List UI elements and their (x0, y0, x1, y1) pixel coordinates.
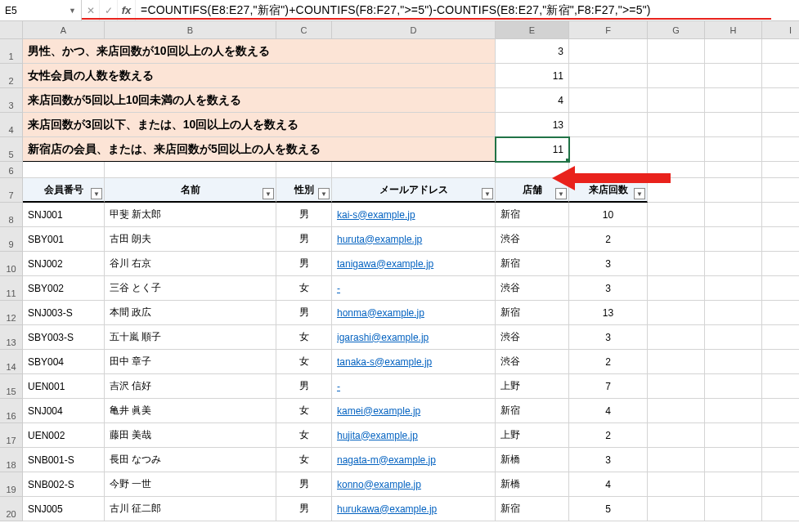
cell[interactable] (705, 472, 762, 497)
row-header[interactable]: 18 (0, 448, 22, 472)
cell[interactable]: 上野 (496, 423, 569, 448)
row-header[interactable]: 13 (0, 325, 22, 350)
cell[interactable]: 名前▼ (105, 178, 276, 203)
cell[interactable]: tanigawa@example.jp (332, 252, 496, 276)
email-link[interactable]: - (337, 381, 340, 392)
cell[interactable]: SBY003-S (23, 325, 105, 350)
cell[interactable] (23, 162, 105, 178)
cell[interactable] (705, 162, 762, 178)
row-header[interactable]: 17 (0, 423, 22, 448)
cell[interactable]: 4 (496, 88, 569, 113)
cell[interactable] (762, 203, 799, 227)
select-all-corner[interactable] (0, 21, 22, 39)
cell[interactable]: 新橋 (496, 472, 569, 497)
cell[interactable]: 新宿 (496, 497, 569, 521)
email-link[interactable]: kai-s@example.jp (337, 209, 415, 221)
cell[interactable]: hujita@example.jp (332, 423, 496, 448)
cell[interactable]: 来店回数▼ (569, 178, 648, 203)
cell[interactable]: hurukawa@example.jp (332, 497, 496, 521)
cell[interactable]: SNJ004 (23, 399, 105, 423)
cell[interactable]: 2 (569, 350, 648, 374)
email-link[interactable]: igarashi@example.jp (337, 332, 429, 343)
cell[interactable] (762, 497, 799, 521)
row-header[interactable]: 15 (0, 374, 22, 399)
cell[interactable] (569, 39, 648, 64)
cell[interactable]: 渋谷 (496, 276, 569, 301)
cell[interactable]: tanaka-s@example.jp (332, 350, 496, 374)
cell[interactable]: kamei@example.jp (332, 399, 496, 423)
cell[interactable] (762, 64, 799, 88)
cell[interactable]: メールアドレス▼ (332, 178, 496, 203)
row-header[interactable]: 10 (0, 252, 22, 276)
filter-dropdown-icon[interactable]: ▼ (482, 188, 493, 199)
row-header[interactable]: 1 (0, 39, 22, 64)
cell[interactable]: SNB002-S (23, 472, 105, 497)
cell[interactable] (705, 350, 762, 374)
cell[interactable]: SBY001 (23, 227, 105, 252)
cell[interactable]: 2 (569, 423, 648, 448)
cell[interactable] (648, 227, 705, 252)
cell[interactable]: - (332, 276, 496, 301)
cell[interactable]: SNJ005 (23, 497, 105, 521)
cell[interactable]: 3 (569, 252, 648, 276)
cell[interactable] (705, 497, 762, 521)
cell[interactable]: 女 (276, 448, 332, 472)
cell[interactable] (648, 374, 705, 399)
cell[interactable] (648, 325, 705, 350)
cell[interactable]: 男 (276, 227, 332, 252)
col-header[interactable]: E (496, 21, 569, 39)
cell[interactable]: 男 (276, 497, 332, 521)
cell[interactable] (648, 113, 705, 137)
cell[interactable]: honma@example.jp (332, 301, 496, 325)
row-header[interactable]: 19 (0, 472, 22, 497)
email-link[interactable]: konno@example.jp (337, 479, 421, 490)
cell[interactable]: SNJ001 (23, 203, 105, 227)
cell[interactable]: 会員番号▼ (23, 178, 105, 203)
cell[interactable]: 3 (569, 276, 648, 301)
cell[interactable]: 3 (569, 448, 648, 472)
cell[interactable]: kai-s@example.jp (332, 203, 496, 227)
row-header[interactable]: 7 (0, 178, 22, 203)
cell[interactable]: 藤田 美哉 (105, 423, 276, 448)
name-box[interactable]: E5 ▼ (0, 0, 82, 20)
cell[interactable] (762, 162, 799, 178)
email-link[interactable]: tanaka-s@example.jp (337, 356, 432, 368)
col-header[interactable]: F (569, 21, 648, 39)
cell[interactable]: konno@example.jp (332, 472, 496, 497)
cell[interactable] (705, 448, 762, 472)
row-header[interactable]: 16 (0, 399, 22, 423)
col-header[interactable]: A (23, 21, 105, 39)
cell[interactable]: 男 (276, 374, 332, 399)
col-header[interactable]: C (276, 21, 332, 39)
email-link[interactable]: honma@example.jp (337, 307, 424, 319)
cell[interactable] (648, 472, 705, 497)
cell[interactable] (762, 39, 799, 64)
cell[interactable] (705, 399, 762, 423)
email-link[interactable]: hurukawa@example.jp (337, 503, 437, 515)
cell[interactable]: 2 (569, 227, 648, 252)
cell[interactable] (569, 137, 648, 162)
cell[interactable] (648, 276, 705, 301)
cell[interactable] (648, 88, 705, 113)
cell[interactable] (705, 423, 762, 448)
cell[interactable]: 女 (276, 325, 332, 350)
filter-dropdown-icon[interactable]: ▼ (318, 188, 330, 199)
filter-dropdown-icon[interactable]: ▼ (91, 188, 102, 199)
cell[interactable]: 女 (276, 423, 332, 448)
cell[interactable] (569, 113, 648, 137)
cell[interactable]: 五十嵐 順子 (105, 325, 276, 350)
row-header[interactable]: 11 (0, 276, 22, 301)
email-link[interactable]: tanigawa@example.jp (337, 258, 433, 270)
cell[interactable]: 男 (276, 472, 332, 497)
cell[interactable] (762, 472, 799, 497)
cell[interactable] (648, 497, 705, 521)
cell[interactable]: 男 (276, 203, 332, 227)
cell[interactable]: igarashi@example.jp (332, 325, 496, 350)
cell[interactable]: 谷川 右京 (105, 252, 276, 276)
cell[interactable] (762, 276, 799, 301)
cell[interactable] (569, 64, 648, 88)
row-header[interactable]: 12 (0, 301, 22, 325)
cell[interactable]: 11 (496, 64, 569, 88)
cell[interactable]: 13 (569, 301, 648, 325)
cell[interactable] (276, 162, 332, 178)
